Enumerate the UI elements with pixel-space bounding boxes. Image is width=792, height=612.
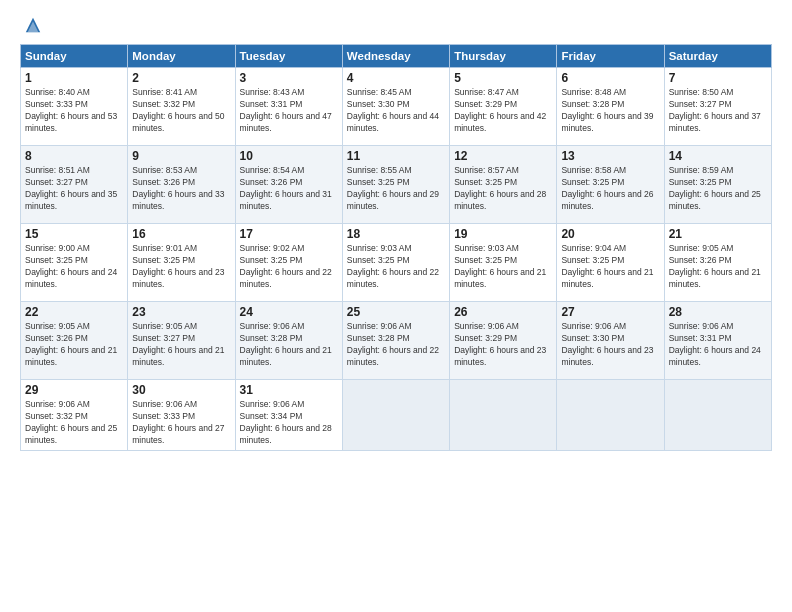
header — [20, 16, 772, 34]
day-info: Sunrise: 9:06 AMSunset: 3:34 PMDaylight:… — [240, 399, 338, 447]
table-row: 19Sunrise: 9:03 AMSunset: 3:25 PMDayligh… — [450, 224, 557, 302]
day-number: 12 — [454, 149, 552, 163]
table-row: 21Sunrise: 9:05 AMSunset: 3:26 PMDayligh… — [664, 224, 771, 302]
day-info: Sunrise: 9:06 AMSunset: 3:28 PMDaylight:… — [347, 321, 445, 369]
table-row: 7Sunrise: 8:50 AMSunset: 3:27 PMDaylight… — [664, 68, 771, 146]
day-number: 6 — [561, 71, 659, 85]
day-number: 15 — [25, 227, 123, 241]
day-number: 23 — [132, 305, 230, 319]
day-number: 7 — [669, 71, 767, 85]
col-monday: Monday — [128, 45, 235, 68]
calendar-table: Sunday Monday Tuesday Wednesday Thursday… — [20, 44, 772, 451]
table-row: 28Sunrise: 9:06 AMSunset: 3:31 PMDayligh… — [664, 302, 771, 380]
col-sunday: Sunday — [21, 45, 128, 68]
day-info: Sunrise: 9:01 AMSunset: 3:25 PMDaylight:… — [132, 243, 230, 291]
table-row: 3Sunrise: 8:43 AMSunset: 3:31 PMDaylight… — [235, 68, 342, 146]
col-wednesday: Wednesday — [342, 45, 449, 68]
day-info: Sunrise: 8:58 AMSunset: 3:25 PMDaylight:… — [561, 165, 659, 213]
table-row: 9Sunrise: 8:53 AMSunset: 3:26 PMDaylight… — [128, 146, 235, 224]
table-row: 14Sunrise: 8:59 AMSunset: 3:25 PMDayligh… — [664, 146, 771, 224]
day-number: 1 — [25, 71, 123, 85]
table-row: 25Sunrise: 9:06 AMSunset: 3:28 PMDayligh… — [342, 302, 449, 380]
day-number: 27 — [561, 305, 659, 319]
day-info: Sunrise: 9:05 AMSunset: 3:26 PMDaylight:… — [25, 321, 123, 369]
day-info: Sunrise: 8:45 AMSunset: 3:30 PMDaylight:… — [347, 87, 445, 135]
day-info: Sunrise: 9:03 AMSunset: 3:25 PMDaylight:… — [454, 243, 552, 291]
day-number: 21 — [669, 227, 767, 241]
day-info: Sunrise: 9:06 AMSunset: 3:28 PMDaylight:… — [240, 321, 338, 369]
day-info: Sunrise: 8:43 AMSunset: 3:31 PMDaylight:… — [240, 87, 338, 135]
table-row: 10Sunrise: 8:54 AMSunset: 3:26 PMDayligh… — [235, 146, 342, 224]
day-number: 25 — [347, 305, 445, 319]
table-row: 2Sunrise: 8:41 AMSunset: 3:32 PMDaylight… — [128, 68, 235, 146]
day-info: Sunrise: 9:06 AMSunset: 3:30 PMDaylight:… — [561, 321, 659, 369]
table-row: 31Sunrise: 9:06 AMSunset: 3:34 PMDayligh… — [235, 380, 342, 451]
table-row: 11Sunrise: 8:55 AMSunset: 3:25 PMDayligh… — [342, 146, 449, 224]
day-info: Sunrise: 8:48 AMSunset: 3:28 PMDaylight:… — [561, 87, 659, 135]
table-row — [557, 380, 664, 451]
col-thursday: Thursday — [450, 45, 557, 68]
table-row: 29Sunrise: 9:06 AMSunset: 3:32 PMDayligh… — [21, 380, 128, 451]
day-info: Sunrise: 9:04 AMSunset: 3:25 PMDaylight:… — [561, 243, 659, 291]
day-info: Sunrise: 8:41 AMSunset: 3:32 PMDaylight:… — [132, 87, 230, 135]
table-row: 22Sunrise: 9:05 AMSunset: 3:26 PMDayligh… — [21, 302, 128, 380]
table-row: 6Sunrise: 8:48 AMSunset: 3:28 PMDaylight… — [557, 68, 664, 146]
table-row — [342, 380, 449, 451]
table-row: 20Sunrise: 9:04 AMSunset: 3:25 PMDayligh… — [557, 224, 664, 302]
day-info: Sunrise: 9:02 AMSunset: 3:25 PMDaylight:… — [240, 243, 338, 291]
table-row: 24Sunrise: 9:06 AMSunset: 3:28 PMDayligh… — [235, 302, 342, 380]
day-number: 18 — [347, 227, 445, 241]
day-info: Sunrise: 9:06 AMSunset: 3:29 PMDaylight:… — [454, 321, 552, 369]
day-number: 31 — [240, 383, 338, 397]
table-row: 12Sunrise: 8:57 AMSunset: 3:25 PMDayligh… — [450, 146, 557, 224]
day-number: 26 — [454, 305, 552, 319]
day-number: 4 — [347, 71, 445, 85]
day-info: Sunrise: 8:51 AMSunset: 3:27 PMDaylight:… — [25, 165, 123, 213]
day-number: 3 — [240, 71, 338, 85]
day-number: 9 — [132, 149, 230, 163]
day-info: Sunrise: 9:00 AMSunset: 3:25 PMDaylight:… — [25, 243, 123, 291]
table-row: 26Sunrise: 9:06 AMSunset: 3:29 PMDayligh… — [450, 302, 557, 380]
calendar-page: Sunday Monday Tuesday Wednesday Thursday… — [0, 0, 792, 612]
table-row: 30Sunrise: 9:06 AMSunset: 3:33 PMDayligh… — [128, 380, 235, 451]
calendar-header-row: Sunday Monday Tuesday Wednesday Thursday… — [21, 45, 772, 68]
table-row: 5Sunrise: 8:47 AMSunset: 3:29 PMDaylight… — [450, 68, 557, 146]
table-row: 4Sunrise: 8:45 AMSunset: 3:30 PMDaylight… — [342, 68, 449, 146]
table-row: 1Sunrise: 8:40 AMSunset: 3:33 PMDaylight… — [21, 68, 128, 146]
day-info: Sunrise: 8:50 AMSunset: 3:27 PMDaylight:… — [669, 87, 767, 135]
day-info: Sunrise: 9:05 AMSunset: 3:27 PMDaylight:… — [132, 321, 230, 369]
day-number: 17 — [240, 227, 338, 241]
day-number: 5 — [454, 71, 552, 85]
logo-icon — [24, 16, 42, 34]
day-info: Sunrise: 9:06 AMSunset: 3:31 PMDaylight:… — [669, 321, 767, 369]
day-number: 16 — [132, 227, 230, 241]
table-row: 18Sunrise: 9:03 AMSunset: 3:25 PMDayligh… — [342, 224, 449, 302]
day-info: Sunrise: 8:53 AMSunset: 3:26 PMDaylight:… — [132, 165, 230, 213]
table-row: 27Sunrise: 9:06 AMSunset: 3:30 PMDayligh… — [557, 302, 664, 380]
day-info: Sunrise: 8:54 AMSunset: 3:26 PMDaylight:… — [240, 165, 338, 213]
day-info: Sunrise: 9:06 AMSunset: 3:33 PMDaylight:… — [132, 399, 230, 447]
table-row: 8Sunrise: 8:51 AMSunset: 3:27 PMDaylight… — [21, 146, 128, 224]
table-row — [450, 380, 557, 451]
col-tuesday: Tuesday — [235, 45, 342, 68]
day-info: Sunrise: 8:40 AMSunset: 3:33 PMDaylight:… — [25, 87, 123, 135]
day-number: 11 — [347, 149, 445, 163]
col-friday: Friday — [557, 45, 664, 68]
day-number: 19 — [454, 227, 552, 241]
day-number: 24 — [240, 305, 338, 319]
logo — [20, 16, 42, 34]
day-number: 8 — [25, 149, 123, 163]
day-number: 30 — [132, 383, 230, 397]
table-row: 15Sunrise: 9:00 AMSunset: 3:25 PMDayligh… — [21, 224, 128, 302]
day-info: Sunrise: 8:55 AMSunset: 3:25 PMDaylight:… — [347, 165, 445, 213]
day-info: Sunrise: 8:57 AMSunset: 3:25 PMDaylight:… — [454, 165, 552, 213]
table-row: 23Sunrise: 9:05 AMSunset: 3:27 PMDayligh… — [128, 302, 235, 380]
day-number: 29 — [25, 383, 123, 397]
day-info: Sunrise: 8:47 AMSunset: 3:29 PMDaylight:… — [454, 87, 552, 135]
day-number: 10 — [240, 149, 338, 163]
table-row — [664, 380, 771, 451]
day-number: 28 — [669, 305, 767, 319]
day-number: 2 — [132, 71, 230, 85]
table-row: 16Sunrise: 9:01 AMSunset: 3:25 PMDayligh… — [128, 224, 235, 302]
day-info: Sunrise: 9:05 AMSunset: 3:26 PMDaylight:… — [669, 243, 767, 291]
